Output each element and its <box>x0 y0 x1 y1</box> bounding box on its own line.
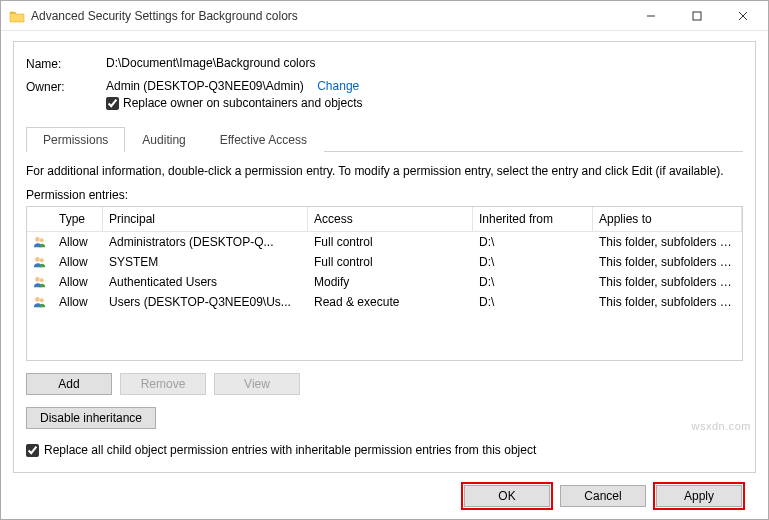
dialog-footer: OK Cancel Apply <box>13 473 756 519</box>
cell-principal: Users (DESKTOP-Q3NEE09\Us... <box>103 293 308 311</box>
table-row[interactable]: AllowAuthenticated UsersModifyD:\This fo… <box>27 272 742 292</box>
name-row: Name: D:\Document\Image\Background color… <box>26 56 743 71</box>
ok-button[interactable]: OK <box>464 485 550 507</box>
remove-button: Remove <box>120 373 206 395</box>
cell-inherited: D:\ <box>473 233 593 251</box>
svg-point-11 <box>40 298 44 302</box>
replace-all-checkbox[interactable] <box>26 444 39 457</box>
tab-permissions[interactable]: Permissions <box>26 127 125 152</box>
cell-applies: This folder, subfolders and files <box>593 233 742 251</box>
cell-inherited: D:\ <box>473 273 593 291</box>
view-button: View <box>214 373 300 395</box>
svg-point-8 <box>35 277 40 282</box>
content-area: Name: D:\Document\Image\Background color… <box>1 31 768 519</box>
col-type[interactable]: Type <box>53 207 103 231</box>
cell-inherited: D:\ <box>473 253 593 271</box>
change-owner-link[interactable]: Change <box>317 79 359 93</box>
apply-button[interactable]: Apply <box>656 485 742 507</box>
replace-all-row: Replace all child object permission entr… <box>26 443 743 457</box>
svg-point-10 <box>35 297 40 302</box>
window: Advanced Security Settings for Backgroun… <box>0 0 769 520</box>
entries-label: Permission entries: <box>26 188 743 202</box>
close-button[interactable] <box>720 2 766 30</box>
svg-point-6 <box>35 257 40 262</box>
users-icon <box>27 293 53 311</box>
cell-access: Full control <box>308 233 473 251</box>
svg-point-5 <box>40 238 44 242</box>
cell-access: Modify <box>308 273 473 291</box>
col-principal[interactable]: Principal <box>103 207 308 231</box>
tab-auditing[interactable]: Auditing <box>125 127 202 152</box>
name-label: Name: <box>26 56 106 71</box>
cell-type: Allow <box>53 253 103 271</box>
cell-type: Allow <box>53 293 103 311</box>
col-access[interactable]: Access <box>308 207 473 231</box>
users-icon <box>27 253 53 271</box>
svg-point-4 <box>35 237 40 242</box>
titlebar: Advanced Security Settings for Backgroun… <box>1 1 768 31</box>
disable-inheritance-button[interactable]: Disable inheritance <box>26 407 156 429</box>
name-value: D:\Document\Image\Background colors <box>106 56 743 70</box>
permission-grid[interactable]: Type Principal Access Inherited from App… <box>26 206 743 361</box>
cell-type: Allow <box>53 273 103 291</box>
cell-access: Read & execute <box>308 293 473 311</box>
maximize-button[interactable] <box>674 2 720 30</box>
users-icon <box>27 273 53 291</box>
table-row[interactable]: AllowSYSTEMFull controlD:\This folder, s… <box>27 252 742 272</box>
info-text: For additional information, double-click… <box>26 164 743 178</box>
inherit-buttons: Disable inheritance <box>26 407 743 429</box>
users-icon <box>27 233 53 251</box>
cell-access: Full control <box>308 253 473 271</box>
table-row[interactable]: AllowAdministrators (DESKTOP-Q...Full co… <box>27 232 742 252</box>
replace-owner-label[interactable]: Replace owner on subcontainers and objec… <box>123 96 362 110</box>
cancel-button[interactable]: Cancel <box>560 485 646 507</box>
cell-principal: SYSTEM <box>103 253 308 271</box>
col-icon[interactable] <box>27 207 53 231</box>
cell-principal: Authenticated Users <box>103 273 308 291</box>
main-panel: Name: D:\Document\Image\Background color… <box>13 41 756 473</box>
owner-label: Owner: <box>26 79 106 94</box>
entry-buttons: Add Remove View <box>26 373 743 395</box>
owner-value: Admin (DESKTOP-Q3NEE09\Admin) <box>106 79 304 93</box>
cell-applies: This folder, subfolders and files <box>593 293 742 311</box>
grid-header: Type Principal Access Inherited from App… <box>27 207 742 232</box>
window-title: Advanced Security Settings for Backgroun… <box>31 9 628 23</box>
replace-all-label[interactable]: Replace all child object permission entr… <box>44 443 536 457</box>
cell-principal: Administrators (DESKTOP-Q... <box>103 233 308 251</box>
cell-inherited: D:\ <box>473 293 593 311</box>
cell-type: Allow <box>53 233 103 251</box>
svg-point-9 <box>40 278 44 282</box>
add-button[interactable]: Add <box>26 373 112 395</box>
svg-point-7 <box>40 258 44 262</box>
tab-bar: Permissions Auditing Effective Access <box>26 126 743 152</box>
grid-body: AllowAdministrators (DESKTOP-Q...Full co… <box>27 232 742 312</box>
folder-icon <box>9 9 25 23</box>
cell-applies: This folder, subfolders and files <box>593 273 742 291</box>
cell-applies: This folder, subfolders and files <box>593 253 742 271</box>
col-applies[interactable]: Applies to <box>593 207 742 231</box>
table-row[interactable]: AllowUsers (DESKTOP-Q3NEE09\Us...Read & … <box>27 292 742 312</box>
svg-rect-1 <box>693 12 701 20</box>
tab-effective-access[interactable]: Effective Access <box>203 127 324 152</box>
col-inherited[interactable]: Inherited from <box>473 207 593 231</box>
replace-owner-checkbox[interactable] <box>106 97 119 110</box>
owner-row: Owner: Admin (DESKTOP-Q3NEE09\Admin) Cha… <box>26 79 743 110</box>
minimize-button[interactable] <box>628 2 674 30</box>
